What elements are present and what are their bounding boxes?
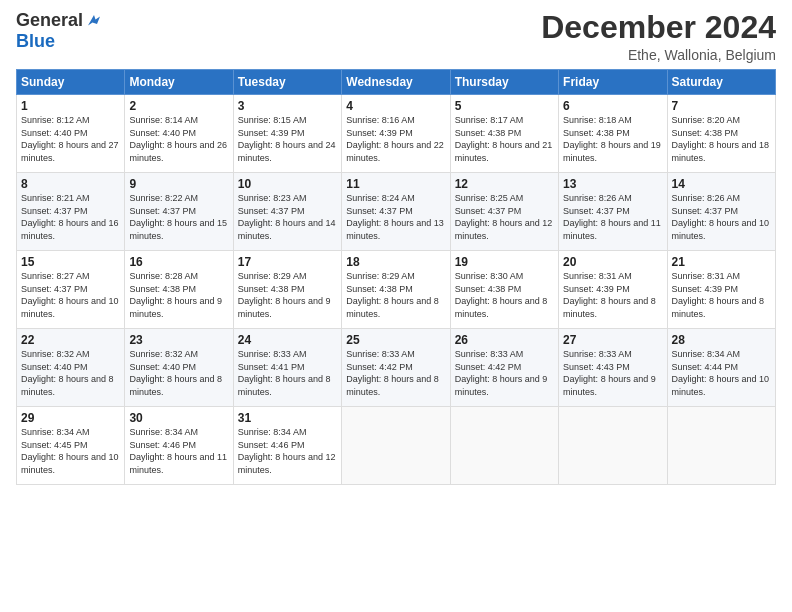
logo: General Blue [16, 10, 103, 52]
table-cell: 5 Sunrise: 8:17 AM Sunset: 4:38 PM Dayli… [450, 95, 558, 173]
day-number: 29 [21, 411, 120, 425]
day-number: 12 [455, 177, 554, 191]
day-number: 22 [21, 333, 120, 347]
day-info: Sunrise: 8:30 AM Sunset: 4:38 PM Dayligh… [455, 270, 554, 320]
day-info: Sunrise: 8:20 AM Sunset: 4:38 PM Dayligh… [672, 114, 771, 164]
table-cell: 2 Sunrise: 8:14 AM Sunset: 4:40 PM Dayli… [125, 95, 233, 173]
day-info: Sunrise: 8:31 AM Sunset: 4:39 PM Dayligh… [563, 270, 662, 320]
day-info: Sunrise: 8:23 AM Sunset: 4:37 PM Dayligh… [238, 192, 337, 242]
day-info: Sunrise: 8:18 AM Sunset: 4:38 PM Dayligh… [563, 114, 662, 164]
day-number: 2 [129, 99, 228, 113]
table-cell: 3 Sunrise: 8:15 AM Sunset: 4:39 PM Dayli… [233, 95, 341, 173]
table-cell: 21 Sunrise: 8:31 AM Sunset: 4:39 PM Dayl… [667, 251, 775, 329]
table-cell: 23 Sunrise: 8:32 AM Sunset: 4:40 PM Dayl… [125, 329, 233, 407]
day-info: Sunrise: 8:14 AM Sunset: 4:40 PM Dayligh… [129, 114, 228, 164]
day-info: Sunrise: 8:34 AM Sunset: 4:46 PM Dayligh… [129, 426, 228, 476]
table-cell: 15 Sunrise: 8:27 AM Sunset: 4:37 PM Dayl… [17, 251, 125, 329]
day-number: 24 [238, 333, 337, 347]
day-number: 1 [21, 99, 120, 113]
day-info: Sunrise: 8:29 AM Sunset: 4:38 PM Dayligh… [346, 270, 445, 320]
table-cell: 16 Sunrise: 8:28 AM Sunset: 4:38 PM Dayl… [125, 251, 233, 329]
day-number: 10 [238, 177, 337, 191]
table-row: 15 Sunrise: 8:27 AM Sunset: 4:37 PM Dayl… [17, 251, 776, 329]
day-number: 26 [455, 333, 554, 347]
day-number: 11 [346, 177, 445, 191]
logo-blue-text: Blue [16, 31, 55, 52]
table-cell: 13 Sunrise: 8:26 AM Sunset: 4:37 PM Dayl… [559, 173, 667, 251]
header: General Blue December 2024 Ethe, Walloni… [16, 10, 776, 63]
table-cell: 17 Sunrise: 8:29 AM Sunset: 4:38 PM Dayl… [233, 251, 341, 329]
day-info: Sunrise: 8:22 AM Sunset: 4:37 PM Dayligh… [129, 192, 228, 242]
table-cell: 14 Sunrise: 8:26 AM Sunset: 4:37 PM Dayl… [667, 173, 775, 251]
title-block: December 2024 Ethe, Wallonia, Belgium [541, 10, 776, 63]
table-cell: 7 Sunrise: 8:20 AM Sunset: 4:38 PM Dayli… [667, 95, 775, 173]
table-cell: 22 Sunrise: 8:32 AM Sunset: 4:40 PM Dayl… [17, 329, 125, 407]
page-container: General Blue December 2024 Ethe, Walloni… [0, 0, 792, 493]
table-cell: 12 Sunrise: 8:25 AM Sunset: 4:37 PM Dayl… [450, 173, 558, 251]
day-number: 16 [129, 255, 228, 269]
day-number: 4 [346, 99, 445, 113]
table-cell: 6 Sunrise: 8:18 AM Sunset: 4:38 PM Dayli… [559, 95, 667, 173]
day-info: Sunrise: 8:33 AM Sunset: 4:43 PM Dayligh… [563, 348, 662, 398]
day-number: 31 [238, 411, 337, 425]
table-cell: 26 Sunrise: 8:33 AM Sunset: 4:42 PM Dayl… [450, 329, 558, 407]
table-cell [450, 407, 558, 485]
day-info: Sunrise: 8:24 AM Sunset: 4:37 PM Dayligh… [346, 192, 445, 242]
table-cell: 10 Sunrise: 8:23 AM Sunset: 4:37 PM Dayl… [233, 173, 341, 251]
calendar-table: Sunday Monday Tuesday Wednesday Thursday… [16, 69, 776, 485]
table-cell: 20 Sunrise: 8:31 AM Sunset: 4:39 PM Dayl… [559, 251, 667, 329]
table-row: 1 Sunrise: 8:12 AM Sunset: 4:40 PM Dayli… [17, 95, 776, 173]
day-number: 27 [563, 333, 662, 347]
col-monday: Monday [125, 70, 233, 95]
table-cell [342, 407, 450, 485]
day-info: Sunrise: 8:33 AM Sunset: 4:42 PM Dayligh… [455, 348, 554, 398]
header-row: Sunday Monday Tuesday Wednesday Thursday… [17, 70, 776, 95]
table-cell: 19 Sunrise: 8:30 AM Sunset: 4:38 PM Dayl… [450, 251, 558, 329]
day-number: 6 [563, 99, 662, 113]
table-cell: 28 Sunrise: 8:34 AM Sunset: 4:44 PM Dayl… [667, 329, 775, 407]
table-cell: 24 Sunrise: 8:33 AM Sunset: 4:41 PM Dayl… [233, 329, 341, 407]
day-info: Sunrise: 8:31 AM Sunset: 4:39 PM Dayligh… [672, 270, 771, 320]
table-row: 22 Sunrise: 8:32 AM Sunset: 4:40 PM Dayl… [17, 329, 776, 407]
day-info: Sunrise: 8:28 AM Sunset: 4:38 PM Dayligh… [129, 270, 228, 320]
day-info: Sunrise: 8:34 AM Sunset: 4:45 PM Dayligh… [21, 426, 120, 476]
day-info: Sunrise: 8:33 AM Sunset: 4:41 PM Dayligh… [238, 348, 337, 398]
day-number: 28 [672, 333, 771, 347]
day-number: 18 [346, 255, 445, 269]
table-cell [559, 407, 667, 485]
day-number: 23 [129, 333, 228, 347]
day-info: Sunrise: 8:26 AM Sunset: 4:37 PM Dayligh… [672, 192, 771, 242]
day-info: Sunrise: 8:25 AM Sunset: 4:37 PM Dayligh… [455, 192, 554, 242]
table-cell: 31 Sunrise: 8:34 AM Sunset: 4:46 PM Dayl… [233, 407, 341, 485]
col-thursday: Thursday [450, 70, 558, 95]
table-cell: 8 Sunrise: 8:21 AM Sunset: 4:37 PM Dayli… [17, 173, 125, 251]
svg-marker-0 [88, 15, 100, 26]
table-cell: 18 Sunrise: 8:29 AM Sunset: 4:38 PM Dayl… [342, 251, 450, 329]
table-row: 8 Sunrise: 8:21 AM Sunset: 4:37 PM Dayli… [17, 173, 776, 251]
table-row: 29 Sunrise: 8:34 AM Sunset: 4:45 PM Dayl… [17, 407, 776, 485]
table-cell: 1 Sunrise: 8:12 AM Sunset: 4:40 PM Dayli… [17, 95, 125, 173]
col-tuesday: Tuesday [233, 70, 341, 95]
table-cell: 27 Sunrise: 8:33 AM Sunset: 4:43 PM Dayl… [559, 329, 667, 407]
day-info: Sunrise: 8:32 AM Sunset: 4:40 PM Dayligh… [21, 348, 120, 398]
col-wednesday: Wednesday [342, 70, 450, 95]
col-sunday: Sunday [17, 70, 125, 95]
month-title: December 2024 [541, 10, 776, 45]
logo-general-text: General [16, 10, 83, 31]
day-info: Sunrise: 8:26 AM Sunset: 4:37 PM Dayligh… [563, 192, 662, 242]
day-number: 30 [129, 411, 228, 425]
day-number: 8 [21, 177, 120, 191]
table-cell: 11 Sunrise: 8:24 AM Sunset: 4:37 PM Dayl… [342, 173, 450, 251]
day-number: 19 [455, 255, 554, 269]
day-number: 17 [238, 255, 337, 269]
location-subtitle: Ethe, Wallonia, Belgium [541, 47, 776, 63]
day-number: 15 [21, 255, 120, 269]
day-number: 14 [672, 177, 771, 191]
table-cell: 9 Sunrise: 8:22 AM Sunset: 4:37 PM Dayli… [125, 173, 233, 251]
day-info: Sunrise: 8:21 AM Sunset: 4:37 PM Dayligh… [21, 192, 120, 242]
table-cell: 4 Sunrise: 8:16 AM Sunset: 4:39 PM Dayli… [342, 95, 450, 173]
day-info: Sunrise: 8:34 AM Sunset: 4:46 PM Dayligh… [238, 426, 337, 476]
day-info: Sunrise: 8:12 AM Sunset: 4:40 PM Dayligh… [21, 114, 120, 164]
table-cell: 29 Sunrise: 8:34 AM Sunset: 4:45 PM Dayl… [17, 407, 125, 485]
day-info: Sunrise: 8:16 AM Sunset: 4:39 PM Dayligh… [346, 114, 445, 164]
